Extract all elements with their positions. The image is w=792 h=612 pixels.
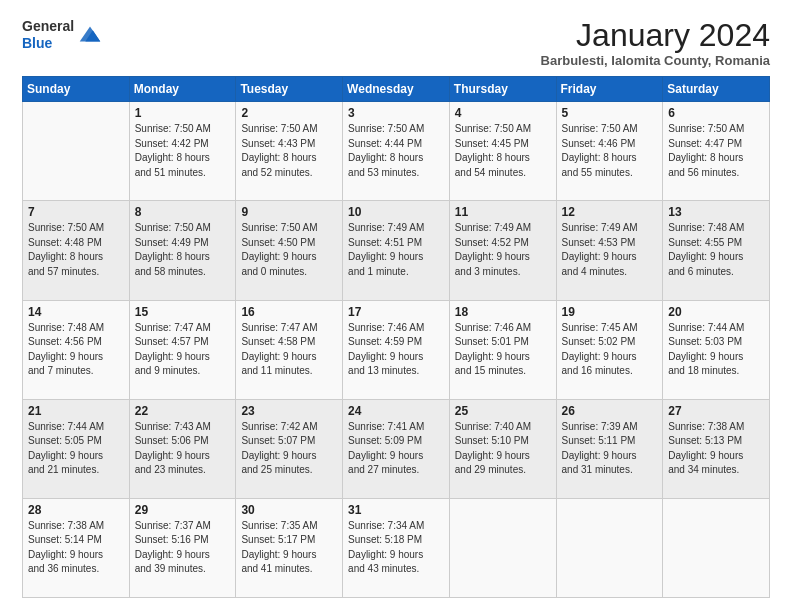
- day-number: 14: [28, 305, 124, 319]
- calendar-cell: 24Sunrise: 7:41 AMSunset: 5:09 PMDayligh…: [343, 399, 450, 498]
- calendar-week-4: 28Sunrise: 7:38 AMSunset: 5:14 PMDayligh…: [23, 498, 770, 597]
- calendar-header-friday: Friday: [556, 77, 663, 102]
- page: General Blue January 2024 Barbulesti, Ia…: [0, 0, 792, 612]
- day-number: 10: [348, 205, 444, 219]
- day-info: Sunrise: 7:47 AMSunset: 4:58 PMDaylight:…: [241, 321, 337, 379]
- day-info: Sunrise: 7:50 AMSunset: 4:45 PMDaylight:…: [455, 122, 551, 180]
- day-info: Sunrise: 7:38 AMSunset: 5:13 PMDaylight:…: [668, 420, 764, 478]
- day-number: 13: [668, 205, 764, 219]
- day-info: Sunrise: 7:35 AMSunset: 5:17 PMDaylight:…: [241, 519, 337, 577]
- day-info: Sunrise: 7:39 AMSunset: 5:11 PMDaylight:…: [562, 420, 658, 478]
- calendar-cell: 26Sunrise: 7:39 AMSunset: 5:11 PMDayligh…: [556, 399, 663, 498]
- logo-icon: [76, 21, 104, 49]
- calendar-week-0: 1Sunrise: 7:50 AMSunset: 4:42 PMDaylight…: [23, 102, 770, 201]
- day-number: 24: [348, 404, 444, 418]
- calendar-cell: 3Sunrise: 7:50 AMSunset: 4:44 PMDaylight…: [343, 102, 450, 201]
- day-number: 29: [135, 503, 231, 517]
- calendar-cell: 13Sunrise: 7:48 AMSunset: 4:55 PMDayligh…: [663, 201, 770, 300]
- day-number: 8: [135, 205, 231, 219]
- day-number: 28: [28, 503, 124, 517]
- day-info: Sunrise: 7:43 AMSunset: 5:06 PMDaylight:…: [135, 420, 231, 478]
- calendar-header-row: SundayMondayTuesdayWednesdayThursdayFrid…: [23, 77, 770, 102]
- calendar-cell: 17Sunrise: 7:46 AMSunset: 4:59 PMDayligh…: [343, 300, 450, 399]
- day-info: Sunrise: 7:50 AMSunset: 4:43 PMDaylight:…: [241, 122, 337, 180]
- day-info: Sunrise: 7:44 AMSunset: 5:03 PMDaylight:…: [668, 321, 764, 379]
- calendar-cell: 19Sunrise: 7:45 AMSunset: 5:02 PMDayligh…: [556, 300, 663, 399]
- day-number: 30: [241, 503, 337, 517]
- day-number: 25: [455, 404, 551, 418]
- day-info: Sunrise: 7:50 AMSunset: 4:42 PMDaylight:…: [135, 122, 231, 180]
- calendar-header-thursday: Thursday: [449, 77, 556, 102]
- day-info: Sunrise: 7:46 AMSunset: 4:59 PMDaylight:…: [348, 321, 444, 379]
- header: General Blue January 2024 Barbulesti, Ia…: [22, 18, 770, 68]
- calendar-cell: 28Sunrise: 7:38 AMSunset: 5:14 PMDayligh…: [23, 498, 130, 597]
- calendar-cell: [23, 102, 130, 201]
- calendar-cell: 7Sunrise: 7:50 AMSunset: 4:48 PMDaylight…: [23, 201, 130, 300]
- day-number: 27: [668, 404, 764, 418]
- day-info: Sunrise: 7:49 AMSunset: 4:51 PMDaylight:…: [348, 221, 444, 279]
- title-block: January 2024 Barbulesti, Ialomita County…: [541, 18, 770, 68]
- location: Barbulesti, Ialomita County, Romania: [541, 53, 770, 68]
- calendar-header-sunday: Sunday: [23, 77, 130, 102]
- day-number: 6: [668, 106, 764, 120]
- calendar-cell: [449, 498, 556, 597]
- day-info: Sunrise: 7:47 AMSunset: 4:57 PMDaylight:…: [135, 321, 231, 379]
- day-info: Sunrise: 7:40 AMSunset: 5:10 PMDaylight:…: [455, 420, 551, 478]
- calendar-cell: 30Sunrise: 7:35 AMSunset: 5:17 PMDayligh…: [236, 498, 343, 597]
- day-info: Sunrise: 7:38 AMSunset: 5:14 PMDaylight:…: [28, 519, 124, 577]
- day-info: Sunrise: 7:50 AMSunset: 4:47 PMDaylight:…: [668, 122, 764, 180]
- calendar-cell: 8Sunrise: 7:50 AMSunset: 4:49 PMDaylight…: [129, 201, 236, 300]
- calendar-header-saturday: Saturday: [663, 77, 770, 102]
- day-number: 20: [668, 305, 764, 319]
- day-info: Sunrise: 7:49 AMSunset: 4:53 PMDaylight:…: [562, 221, 658, 279]
- calendar-cell: 16Sunrise: 7:47 AMSunset: 4:58 PMDayligh…: [236, 300, 343, 399]
- calendar-cell: 5Sunrise: 7:50 AMSunset: 4:46 PMDaylight…: [556, 102, 663, 201]
- day-number: 19: [562, 305, 658, 319]
- day-number: 18: [455, 305, 551, 319]
- day-info: Sunrise: 7:50 AMSunset: 4:48 PMDaylight:…: [28, 221, 124, 279]
- calendar-cell: 20Sunrise: 7:44 AMSunset: 5:03 PMDayligh…: [663, 300, 770, 399]
- calendar-cell: 6Sunrise: 7:50 AMSunset: 4:47 PMDaylight…: [663, 102, 770, 201]
- day-info: Sunrise: 7:41 AMSunset: 5:09 PMDaylight:…: [348, 420, 444, 478]
- calendar-cell: 29Sunrise: 7:37 AMSunset: 5:16 PMDayligh…: [129, 498, 236, 597]
- day-number: 21: [28, 404, 124, 418]
- day-info: Sunrise: 7:42 AMSunset: 5:07 PMDaylight:…: [241, 420, 337, 478]
- day-number: 31: [348, 503, 444, 517]
- day-info: Sunrise: 7:50 AMSunset: 4:44 PMDaylight:…: [348, 122, 444, 180]
- day-info: Sunrise: 7:46 AMSunset: 5:01 PMDaylight:…: [455, 321, 551, 379]
- day-number: 12: [562, 205, 658, 219]
- calendar-cell: 2Sunrise: 7:50 AMSunset: 4:43 PMDaylight…: [236, 102, 343, 201]
- calendar-cell: 10Sunrise: 7:49 AMSunset: 4:51 PMDayligh…: [343, 201, 450, 300]
- day-number: 16: [241, 305, 337, 319]
- day-number: 3: [348, 106, 444, 120]
- day-number: 11: [455, 205, 551, 219]
- day-number: 23: [241, 404, 337, 418]
- day-info: Sunrise: 7:48 AMSunset: 4:56 PMDaylight:…: [28, 321, 124, 379]
- day-number: 15: [135, 305, 231, 319]
- day-number: 26: [562, 404, 658, 418]
- calendar-cell: 4Sunrise: 7:50 AMSunset: 4:45 PMDaylight…: [449, 102, 556, 201]
- day-number: 1: [135, 106, 231, 120]
- day-number: 9: [241, 205, 337, 219]
- calendar-cell: [663, 498, 770, 597]
- calendar-cell: 18Sunrise: 7:46 AMSunset: 5:01 PMDayligh…: [449, 300, 556, 399]
- calendar-header-monday: Monday: [129, 77, 236, 102]
- logo-text: General Blue: [22, 18, 74, 52]
- calendar-cell: 27Sunrise: 7:38 AMSunset: 5:13 PMDayligh…: [663, 399, 770, 498]
- calendar-cell: 14Sunrise: 7:48 AMSunset: 4:56 PMDayligh…: [23, 300, 130, 399]
- calendar-cell: 31Sunrise: 7:34 AMSunset: 5:18 PMDayligh…: [343, 498, 450, 597]
- day-number: 5: [562, 106, 658, 120]
- day-info: Sunrise: 7:50 AMSunset: 4:46 PMDaylight:…: [562, 122, 658, 180]
- calendar-cell: 25Sunrise: 7:40 AMSunset: 5:10 PMDayligh…: [449, 399, 556, 498]
- calendar-cell: 21Sunrise: 7:44 AMSunset: 5:05 PMDayligh…: [23, 399, 130, 498]
- calendar-week-1: 7Sunrise: 7:50 AMSunset: 4:48 PMDaylight…: [23, 201, 770, 300]
- day-info: Sunrise: 7:45 AMSunset: 5:02 PMDaylight:…: [562, 321, 658, 379]
- calendar-header-wednesday: Wednesday: [343, 77, 450, 102]
- day-info: Sunrise: 7:50 AMSunset: 4:50 PMDaylight:…: [241, 221, 337, 279]
- calendar-cell: 9Sunrise: 7:50 AMSunset: 4:50 PMDaylight…: [236, 201, 343, 300]
- day-number: 17: [348, 305, 444, 319]
- day-number: 22: [135, 404, 231, 418]
- calendar-cell: 15Sunrise: 7:47 AMSunset: 4:57 PMDayligh…: [129, 300, 236, 399]
- day-number: 2: [241, 106, 337, 120]
- day-info: Sunrise: 7:44 AMSunset: 5:05 PMDaylight:…: [28, 420, 124, 478]
